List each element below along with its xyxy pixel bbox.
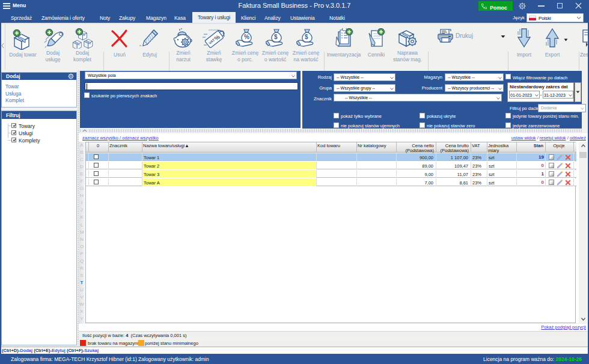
svg-text:%: % xyxy=(244,34,249,40)
svg-text:$: $ xyxy=(274,34,278,40)
svg-text:$: $ xyxy=(305,34,308,40)
